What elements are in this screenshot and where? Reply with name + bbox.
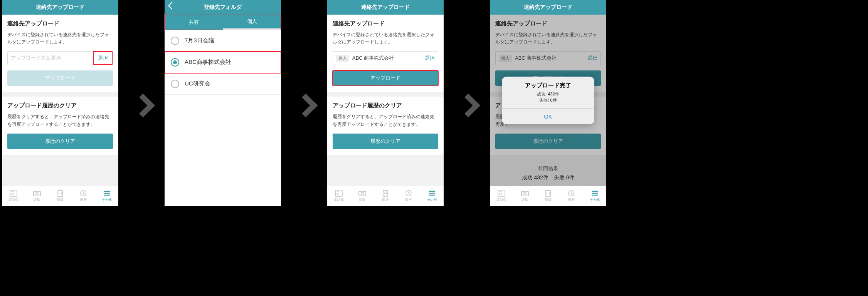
- tab-bar: 電話帳 読取 部署 履歴 その他: [490, 186, 606, 206]
- svg-rect-9: [59, 193, 59, 194]
- tab-other[interactable]: その他: [583, 186, 606, 206]
- tab-history[interactable]: 履歴: [72, 186, 95, 206]
- tab-other[interactable]: その他: [421, 186, 444, 206]
- tab-dept[interactable]: 部署: [374, 186, 397, 206]
- tab-label: 履歴: [568, 197, 575, 202]
- clock-icon: [404, 190, 413, 197]
- tab-phonebook[interactable]: 電話帳: [2, 186, 25, 206]
- modal-ok-button[interactable]: OK: [502, 108, 594, 124]
- modal-line: 失敗: 0件: [539, 98, 557, 102]
- screen-3: 連絡先アップロード 連絡先アップロード デバイスに登録されている連絡先を選択した…: [327, 0, 444, 206]
- svg-rect-23: [383, 191, 388, 196]
- select-placeholder: アップロード先を選択: [11, 55, 94, 62]
- upload-section: 連絡先アップロード デバイスに登録されている連絡先を選択したフォルダにアップロー…: [2, 15, 118, 92]
- svg-point-39: [523, 192, 526, 195]
- arrow-gap: [281, 0, 327, 206]
- arrow-gap: [444, 0, 490, 206]
- tab-label: 読取: [34, 197, 40, 202]
- upload-complete-dialog: アップロード完了 成功: 432件 失敗: 0件 OK: [502, 77, 594, 124]
- svg-rect-6: [58, 191, 62, 196]
- list-item[interactable]: UC研究会: [165, 73, 281, 95]
- section-title: アップロード履歴のクリア: [7, 102, 113, 109]
- modal-title: アップロード完了: [502, 77, 594, 91]
- section-desc: 履歴をクリアすると、アップロード済みの連絡先を再度アップロードすることができます…: [333, 113, 438, 128]
- destination-select[interactable]: 個人 ABC 商事株式会社 選択: [333, 51, 438, 65]
- camera-icon: [358, 190, 367, 197]
- tab-personal[interactable]: 個人: [223, 15, 281, 30]
- radio-icon[interactable]: [171, 80, 179, 88]
- tab-shared[interactable]: 共有: [165, 15, 223, 30]
- list-item-label: UC研究会: [185, 80, 210, 87]
- camera-icon: [521, 190, 529, 197]
- section-desc: デバイスに登録されている連絡先を選択したフォルダにアップロードします。: [7, 31, 113, 46]
- tab-history[interactable]: 履歴: [560, 186, 583, 206]
- svg-rect-40: [546, 191, 550, 196]
- header-title: 連絡先アップロード: [327, 0, 444, 15]
- tab-label: その他: [589, 197, 600, 202]
- arrow-gap: [118, 0, 165, 206]
- svg-point-5: [35, 192, 38, 195]
- section-desc: 履歴をクリアすると、アップロード済みの連絡先を再度アップロードすることができます…: [7, 113, 113, 128]
- list-item-label: ABC商事株式会社: [185, 59, 231, 66]
- tab-bar: 電話帳 読取 部署 履歴 その他: [2, 186, 118, 206]
- select-action[interactable]: 選択: [422, 55, 435, 62]
- svg-rect-44: [549, 193, 550, 194]
- tab-label: 読取: [521, 197, 528, 202]
- svg-rect-24: [384, 192, 385, 192]
- content: 連絡先アップロード デバイスに登録されている連絡先を選択したフォルダにアップロー…: [2, 15, 118, 186]
- tab-scan[interactable]: 読取: [25, 186, 48, 206]
- clear-section: アップロード履歴のクリア 履歴をクリアすると、アップロード済みの連絡先を再度アッ…: [327, 97, 444, 155]
- tab-phonebook[interactable]: 電話帳: [490, 186, 513, 206]
- header-title: 登録先フォルダ: [165, 0, 281, 15]
- upload-button: アップロード: [7, 70, 113, 86]
- phonebook-icon: [9, 190, 18, 197]
- clear-history-button[interactable]: 履歴のクリア: [7, 134, 113, 149]
- header-title: 連絡先アップロード: [490, 0, 606, 15]
- content: 連絡先アップロード デバイスに登録されている連絡先を選択したフォルダにアップロー…: [327, 15, 444, 186]
- modal-backdrop: アップロード完了 成功: 432件 失敗: 0件 OK: [490, 15, 606, 186]
- tab-label: その他: [427, 197, 437, 202]
- list-item[interactable]: ABC商事株式会社: [165, 52, 281, 73]
- section-title: 連絡先アップロード: [7, 20, 113, 27]
- destination-select[interactable]: アップロード先を選択 選択: [7, 51, 113, 65]
- tab-dept[interactable]: 部署: [537, 186, 560, 206]
- svg-line-13: [83, 193, 84, 194]
- svg-rect-26: [384, 193, 385, 194]
- tab-scan[interactable]: 読取: [350, 186, 373, 206]
- camera-icon: [33, 190, 41, 197]
- upload-button[interactable]: アップロード: [333, 70, 438, 86]
- tab-label: 部署: [382, 197, 389, 202]
- tab-dept[interactable]: 部署: [49, 186, 72, 206]
- modal-message: 成功: 432件 失敗: 0件: [502, 91, 594, 108]
- tab-phonebook[interactable]: 電話帳: [327, 186, 350, 206]
- svg-rect-10: [61, 193, 62, 194]
- building-icon: [56, 190, 64, 197]
- tab-bar: 電話帳 読取 部署 履歴 その他: [327, 186, 444, 206]
- radio-icon[interactable]: [171, 37, 179, 45]
- tab-history[interactable]: 履歴: [397, 186, 420, 206]
- tab-scan[interactable]: 読取: [513, 186, 536, 206]
- tab-label: 電話帳: [334, 197, 344, 202]
- back-button[interactable]: [168, 2, 176, 10]
- svg-rect-7: [59, 192, 59, 192]
- tab-label: 電話帳: [496, 197, 507, 202]
- tab-other[interactable]: その他: [95, 186, 118, 206]
- svg-rect-43: [547, 193, 547, 194]
- tab-label: 履歴: [80, 197, 87, 202]
- clear-section: アップロード履歴のクリア 履歴をクリアすると、アップロード済みの連絡先を再度アッ…: [2, 97, 118, 155]
- list-item[interactable]: 7月3日会議: [165, 30, 281, 52]
- list-item-label: 7月3日会議: [185, 37, 214, 44]
- chevron-right-icon: [459, 89, 474, 117]
- selected-folder-name: ABC 商事株式会社: [352, 55, 422, 62]
- radio-icon[interactable]: [171, 58, 179, 67]
- folder-list: 7月3日会議 ABC商事株式会社 UC研究会: [165, 30, 281, 206]
- section-desc: デバイスに登録されている連絡先を選択したフォルダにアップロードします。: [333, 31, 438, 46]
- clear-history-button[interactable]: 履歴のクリア: [333, 134, 438, 149]
- menu-icon: [103, 190, 111, 197]
- svg-line-47: [571, 193, 572, 194]
- folder-type-badge: 個人: [336, 55, 349, 62]
- select-action[interactable]: 選択: [94, 52, 112, 64]
- svg-rect-27: [386, 193, 387, 194]
- building-icon: [544, 190, 552, 197]
- tab-label: 履歴: [405, 197, 412, 202]
